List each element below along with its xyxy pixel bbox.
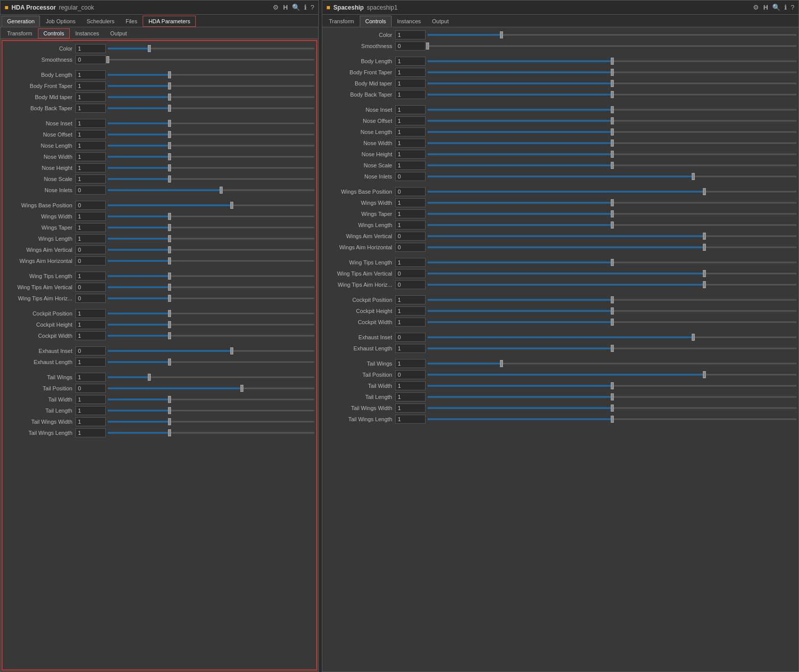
param-slider[interactable] (108, 320, 314, 329)
slider-handle[interactable] (168, 71, 171, 78)
right-tab-controls[interactable]: Controls (360, 16, 392, 27)
right-info-icon[interactable]: ℹ (784, 4, 787, 11)
param-value[interactable]: 0 (75, 186, 106, 195)
param-slider[interactable] (108, 384, 314, 393)
param-value[interactable]: 1 (75, 212, 106, 221)
param-slider[interactable] (428, 68, 796, 77)
question-icon[interactable]: ? (311, 4, 314, 11)
slider-handle[interactable] (230, 347, 233, 354)
slider-handle[interactable] (611, 199, 614, 206)
param-slider[interactable] (108, 81, 314, 91)
param-slider[interactable] (428, 295, 796, 304)
param-slider[interactable] (108, 373, 314, 382)
param-slider[interactable] (428, 359, 796, 368)
slider-handle[interactable] (168, 284, 171, 291)
param-value[interactable]: 1 (75, 174, 106, 184)
param-value[interactable]: 0 (75, 294, 106, 303)
param-value[interactable]: 0 (75, 256, 106, 265)
param-slider[interactable] (108, 283, 314, 292)
slider-handle[interactable] (168, 120, 171, 127)
param-slider[interactable] (428, 306, 796, 316)
param-slider[interactable] (428, 258, 796, 267)
param-slider[interactable] (108, 186, 314, 195)
param-value[interactable]: 0 (395, 280, 426, 289)
slider-handle[interactable] (148, 45, 151, 52)
tab-files[interactable]: Files (120, 16, 143, 27)
param-slider[interactable] (108, 212, 314, 221)
tab-generation[interactable]: Generation (2, 16, 40, 27)
slider-handle[interactable] (168, 105, 171, 112)
param-slider[interactable] (428, 404, 796, 413)
right-search-icon[interactable]: 🔍 (772, 4, 780, 11)
slider-handle[interactable] (611, 128, 614, 136)
param-slider[interactable] (108, 234, 314, 243)
param-value[interactable]: 1 (75, 395, 106, 404)
slider-handle[interactable] (692, 173, 695, 180)
param-slider[interactable] (108, 395, 314, 404)
slider-handle[interactable] (240, 385, 243, 392)
param-value[interactable]: 1 (75, 320, 106, 329)
param-slider[interactable] (428, 198, 796, 207)
slider-handle[interactable] (611, 259, 614, 266)
slider-handle[interactable] (703, 233, 706, 240)
param-slider[interactable] (108, 93, 314, 102)
param-value[interactable]: 1 (395, 318, 426, 327)
param-value[interactable]: 1 (75, 81, 106, 91)
param-value[interactable]: 1 (395, 30, 426, 39)
slider-handle[interactable] (611, 69, 614, 76)
param-slider[interactable] (108, 44, 314, 53)
slider-handle[interactable] (611, 210, 614, 217)
param-value[interactable]: 1 (395, 139, 426, 148)
tab-schedulers[interactable]: Schedulers (81, 16, 120, 27)
param-value[interactable]: 1 (75, 223, 106, 232)
slider-handle[interactable] (168, 246, 171, 253)
slider-handle[interactable] (611, 307, 614, 315)
slider-handle[interactable] (168, 359, 171, 366)
search-icon[interactable]: 🔍 (292, 4, 300, 11)
slider-handle[interactable] (611, 319, 614, 326)
slider-handle[interactable] (168, 321, 171, 328)
param-value[interactable]: 1 (75, 93, 106, 102)
param-slider[interactable] (428, 150, 796, 159)
param-value[interactable]: 1 (75, 104, 106, 113)
slider-handle[interactable] (106, 56, 109, 63)
param-value[interactable]: 1 (395, 209, 426, 218)
slider-handle[interactable] (168, 82, 171, 89)
param-slider[interactable] (428, 415, 796, 424)
param-value[interactable]: 1 (395, 68, 426, 77)
param-value[interactable]: 1 (395, 198, 426, 207)
param-value[interactable]: 1 (75, 331, 106, 340)
param-value[interactable]: 0 (75, 55, 106, 64)
slider-handle[interactable] (611, 58, 614, 65)
param-value[interactable]: 1 (395, 161, 426, 170)
slider-handle[interactable] (168, 418, 171, 425)
slider-handle[interactable] (611, 91, 614, 98)
slider-handle[interactable] (168, 153, 171, 160)
slider-handle[interactable] (611, 345, 614, 352)
param-slider[interactable] (108, 406, 314, 415)
param-value[interactable]: 0 (395, 41, 426, 51)
param-slider[interactable] (428, 116, 796, 125)
param-value[interactable]: 0 (75, 201, 106, 210)
slider-handle[interactable] (611, 117, 614, 124)
slider-handle[interactable] (168, 396, 171, 403)
param-slider[interactable] (108, 357, 314, 367)
param-slider[interactable] (108, 174, 314, 184)
param-slider[interactable] (428, 209, 796, 218)
param-slider[interactable] (428, 243, 796, 252)
param-value[interactable]: 0 (395, 333, 426, 342)
slider-handle[interactable] (611, 80, 614, 87)
sub-tab-transform[interactable]: Transform (2, 28, 38, 38)
param-slider[interactable] (428, 220, 796, 230)
param-slider[interactable] (108, 245, 314, 254)
param-slider[interactable] (108, 272, 314, 281)
right-home-icon[interactable]: H (763, 4, 768, 11)
param-value[interactable]: 1 (395, 105, 426, 114)
param-slider[interactable] (428, 57, 796, 66)
slider-handle[interactable] (168, 273, 171, 280)
param-value[interactable]: 1 (395, 306, 426, 316)
param-slider[interactable] (108, 70, 314, 79)
param-slider[interactable] (428, 370, 796, 379)
param-slider[interactable] (428, 139, 796, 148)
param-value[interactable]: 1 (395, 344, 426, 353)
